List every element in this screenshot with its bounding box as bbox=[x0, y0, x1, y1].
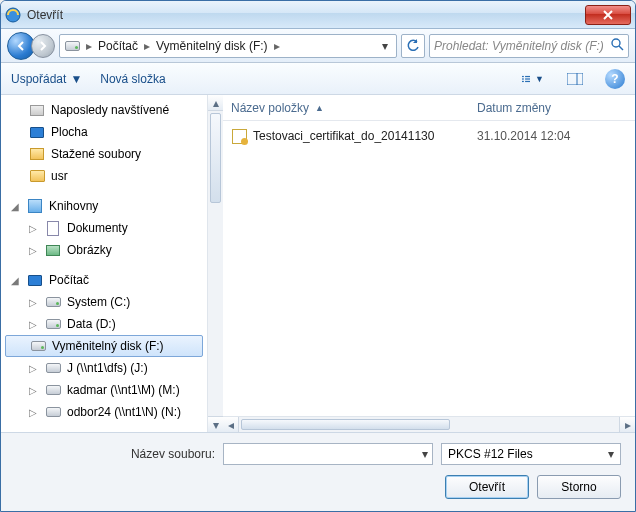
footer: Název souboru: ▾ PKCS #12 Files ▾ Otevří… bbox=[1, 433, 635, 511]
file-name: Testovaci_certifikat_do_20141130 bbox=[253, 129, 471, 143]
tree-scrollbar[interactable]: ▴ ▾ bbox=[207, 95, 223, 432]
title-bar: Otevřít bbox=[1, 1, 635, 29]
ie-icon bbox=[5, 7, 21, 23]
help-button[interactable]: ? bbox=[605, 69, 625, 89]
net-drive-icon bbox=[45, 404, 61, 420]
open-dialog: Otevřít ▸ Počítač ▸ Vyměnitelný disk (F:… bbox=[0, 0, 636, 512]
nav-row: ▸ Počítač ▸ Vyměnitelný disk (F:) ▸ ▾ Pr… bbox=[1, 29, 635, 63]
body: Naposledy navštívené Plocha Stažené soub… bbox=[1, 95, 635, 433]
svg-rect-3 bbox=[522, 75, 524, 76]
cancel-button[interactable]: Storno bbox=[537, 475, 621, 499]
expand-icon[interactable]: ▷ bbox=[29, 407, 39, 418]
forward-button[interactable] bbox=[31, 34, 55, 58]
collapse-icon[interactable]: ◢ bbox=[11, 275, 21, 286]
search-placeholder: Prohledat: Vyměnitelný disk (F:) bbox=[434, 39, 604, 53]
chevron-down-icon: ▼ bbox=[535, 74, 544, 84]
certificate-icon bbox=[231, 128, 247, 144]
tree-documents[interactable]: ▷Dokumenty bbox=[1, 217, 207, 239]
expand-icon[interactable]: ▷ bbox=[29, 245, 39, 256]
libraries-icon bbox=[27, 198, 43, 214]
breadcrumb-root[interactable]: Počítač bbox=[98, 39, 138, 53]
nav-buttons bbox=[7, 32, 55, 60]
svg-rect-4 bbox=[525, 75, 530, 76]
tree-recent[interactable]: Naposledy navštívené bbox=[1, 99, 207, 121]
desktop-icon bbox=[29, 124, 45, 140]
tree-usr[interactable]: usr bbox=[1, 165, 207, 187]
scroll-left-icon[interactable]: ◂ bbox=[223, 417, 239, 432]
filename-input[interactable]: ▾ bbox=[223, 443, 433, 465]
svg-line-2 bbox=[619, 46, 623, 50]
new-folder-button[interactable]: Nová složka bbox=[100, 72, 165, 86]
address-dropdown[interactable]: ▾ bbox=[378, 39, 392, 53]
net-drive-icon bbox=[45, 382, 61, 398]
address-bar[interactable]: ▸ Počítač ▸ Vyměnitelný disk (F:) ▸ ▾ bbox=[59, 34, 397, 58]
scroll-thumb[interactable] bbox=[241, 419, 450, 430]
pictures-icon bbox=[45, 242, 61, 258]
window-title: Otevřít bbox=[27, 8, 585, 22]
expand-icon[interactable]: ▷ bbox=[29, 319, 39, 330]
filetype-filter[interactable]: PKCS #12 Files ▾ bbox=[441, 443, 621, 465]
svg-rect-7 bbox=[522, 80, 524, 81]
tree-drive-c[interactable]: ▷System (C:) bbox=[1, 291, 207, 313]
svg-rect-6 bbox=[525, 78, 530, 79]
collapse-icon[interactable]: ◢ bbox=[11, 201, 21, 212]
organize-button[interactable]: Uspořádat ▼ bbox=[11, 72, 82, 86]
chevron-down-icon: ▼ bbox=[70, 72, 82, 86]
scroll-down-icon[interactable]: ▾ bbox=[208, 416, 223, 432]
tree-computer[interactable]: ◢Počítač bbox=[1, 269, 207, 291]
folder-icon bbox=[29, 168, 45, 184]
scroll-up-icon[interactable]: ▴ bbox=[208, 95, 223, 111]
filename-label: Název souboru: bbox=[15, 447, 215, 461]
tree-drive-f[interactable]: Vyměnitelný disk (F:) bbox=[5, 335, 203, 357]
file-list-header: Název položky ▲ Datum změny bbox=[223, 95, 635, 121]
search-input[interactable]: Prohledat: Vyměnitelný disk (F:) bbox=[429, 34, 629, 58]
chevron-down-icon: ▾ bbox=[608, 447, 614, 461]
open-button[interactable]: Otevřít bbox=[445, 475, 529, 499]
tree-downloads[interactable]: Stažené soubory bbox=[1, 143, 207, 165]
tree-drive-m[interactable]: ▷kadmar (\\nt1\M) (M:) bbox=[1, 379, 207, 401]
file-hscrollbar[interactable]: ◂ ▸ bbox=[223, 416, 635, 432]
expand-icon[interactable]: ▷ bbox=[29, 297, 39, 308]
file-row[interactable]: Testovaci_certifikat_do_20141130 31.10.2… bbox=[231, 125, 627, 147]
documents-icon bbox=[45, 220, 61, 236]
drive-icon bbox=[64, 38, 80, 54]
svg-point-1 bbox=[612, 39, 620, 47]
tree-drive-n[interactable]: ▷odbor24 (\\nt1\N) (N:) bbox=[1, 401, 207, 423]
file-list-panel: Název položky ▲ Datum změny Testovaci_ce… bbox=[223, 95, 635, 432]
sort-asc-icon: ▲ bbox=[315, 103, 324, 113]
recent-icon bbox=[29, 102, 45, 118]
scroll-thumb[interactable] bbox=[210, 113, 221, 203]
close-button[interactable] bbox=[585, 5, 631, 25]
expand-icon[interactable]: ▷ bbox=[29, 385, 39, 396]
organize-label: Uspořádat bbox=[11, 72, 66, 86]
tree-desktop[interactable]: Plocha bbox=[1, 121, 207, 143]
breadcrumb-current[interactable]: Vyměnitelný disk (F:) bbox=[156, 39, 268, 53]
svg-rect-8 bbox=[525, 80, 530, 81]
toolbar: Uspořádat ▼ Nová složka ▼ ? bbox=[1, 63, 635, 95]
tree-pictures[interactable]: ▷Obrázky bbox=[1, 239, 207, 261]
net-drive-icon bbox=[45, 360, 61, 376]
tree-drive-d[interactable]: ▷Data (D:) bbox=[1, 313, 207, 335]
expand-icon[interactable]: ▷ bbox=[29, 223, 39, 234]
svg-rect-9 bbox=[567, 73, 583, 85]
tree-libraries[interactable]: ◢Knihovny bbox=[1, 195, 207, 217]
drive-icon bbox=[30, 338, 46, 354]
breadcrumb-separator-icon: ▸ bbox=[142, 39, 152, 53]
column-name[interactable]: Název položky ▲ bbox=[231, 101, 477, 115]
scroll-right-icon[interactable]: ▸ bbox=[619, 417, 635, 432]
view-mode-button[interactable]: ▼ bbox=[521, 68, 545, 90]
filter-label: PKCS #12 Files bbox=[448, 447, 533, 461]
column-date[interactable]: Datum změny bbox=[477, 101, 627, 115]
preview-pane-button[interactable] bbox=[563, 68, 587, 90]
breadcrumb-separator-icon: ▸ bbox=[272, 39, 282, 53]
computer-icon bbox=[27, 272, 43, 288]
refresh-button[interactable] bbox=[401, 34, 425, 58]
chevron-down-icon[interactable]: ▾ bbox=[422, 447, 428, 461]
file-list[interactable]: Testovaci_certifikat_do_20141130 31.10.2… bbox=[223, 121, 635, 416]
expand-icon[interactable]: ▷ bbox=[29, 363, 39, 374]
downloads-icon bbox=[29, 146, 45, 162]
tree-drive-j[interactable]: ▷J (\\nt1\dfs) (J:) bbox=[1, 357, 207, 379]
svg-rect-5 bbox=[522, 78, 524, 79]
file-date: 31.10.2014 12:04 bbox=[477, 129, 627, 143]
search-icon[interactable] bbox=[611, 38, 624, 54]
